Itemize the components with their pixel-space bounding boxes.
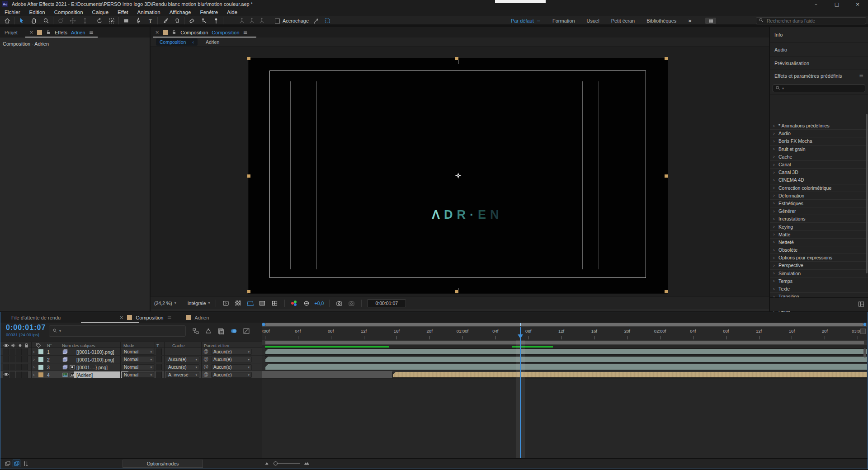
audio-switch[interactable] [9, 364, 15, 370]
view-axis-icon[interactable] [259, 17, 265, 24]
layer-row[interactable]: ›1[{0001-0100}.png]Normal▾@Aucun(e)▾ [0, 348, 262, 356]
puppet-pin-tool-icon[interactable] [210, 16, 222, 25]
timecode[interactable]: 0:00:01:07 [6, 324, 46, 332]
pick-whip-icon[interactable]: @ [203, 364, 208, 369]
chevron-right-icon[interactable]: › [773, 263, 775, 268]
menu-effet[interactable]: Effet [113, 8, 132, 16]
effects-category-row[interactable]: ›Cache [770, 153, 868, 161]
workspace-formation[interactable]: Formation [552, 18, 575, 24]
parent-dropdown[interactable]: Aucun(e)▾ [211, 349, 252, 355]
col-name[interactable]: Nom des calques [62, 342, 95, 348]
hand-tool-icon[interactable] [28, 16, 40, 25]
motion-blur-icon[interactable] [229, 327, 238, 335]
eraser-tool-icon[interactable] [185, 16, 198, 25]
magnification-dropdown[interactable]: (24,2 %) ▾ [154, 301, 176, 306]
label-column-icon[interactable] [36, 342, 42, 348]
minimize-button[interactable]: – [806, 0, 826, 8]
tab-adrien[interactable]: Adrien [71, 30, 85, 35]
close-icon[interactable]: × [29, 29, 33, 35]
video-switch[interactable] [3, 356, 9, 362]
chevron-right-icon[interactable]: › [773, 271, 775, 276]
local-axis-icon[interactable] [239, 17, 245, 24]
effects-category-row[interactable]: ›Audio [770, 130, 868, 137]
timeline-scrollbar[interactable] [863, 348, 866, 357]
tab-project[interactable]: Projet [5, 30, 18, 35]
comp-viewer[interactable]: ΛDR·EN [151, 47, 769, 296]
blend-mode-dropdown[interactable]: Normal▾ [122, 349, 154, 355]
layer-name[interactable]: [{0001-0100}.png] [74, 356, 117, 363]
layer-row[interactable]: ›2[{0001-0100}.png]Normal▾Aucun(e)▾@Aucu… [0, 356, 262, 363]
chevron-right-icon[interactable]: › [773, 131, 775, 136]
video-column-icon[interactable] [3, 342, 9, 348]
close-icon[interactable]: × [155, 29, 159, 35]
layer-duration-bar[interactable] [392, 371, 867, 378]
effects-category-row[interactable]: ›Obsolète [770, 246, 868, 254]
menu-composition[interactable]: Composition [50, 8, 88, 16]
close-button[interactable]: × [847, 0, 868, 8]
clone-stamp-tool-icon[interactable] [171, 16, 183, 25]
chevron-right-icon[interactable]: › [773, 154, 775, 159]
layer-row[interactable]: ›4[Adrien]Normal▾A. inversé▾@Aucun(e)▾ [0, 371, 262, 379]
effects-category-row[interactable]: ›Esthétiques [770, 200, 868, 207]
parent-dropdown[interactable]: Aucun(e)▾ [211, 357, 252, 362]
view-options-icon[interactable] [270, 300, 279, 307]
selection-handle[interactable] [455, 290, 458, 293]
tab-composition-b[interactable]: Composition [212, 30, 239, 35]
zoom-slider[interactable] [274, 463, 300, 464]
layer-track[interactable] [262, 356, 867, 363]
tab-composition-a[interactable]: Composition [180, 30, 208, 35]
track-matte-dropdown[interactable]: Aucun(e)▾ [166, 357, 199, 362]
effects-category-row[interactable]: ›* Animations prédéfinies [770, 122, 868, 130]
selection-handle[interactable] [665, 290, 668, 293]
menu-animation[interactable]: Animation [133, 8, 165, 16]
lock-switch[interactable] [22, 356, 28, 362]
layer-track[interactable] [262, 363, 867, 371]
mask-visibility-icon[interactable] [246, 300, 255, 307]
fast-preview-icon[interactable] [222, 300, 230, 307]
col-number[interactable]: N° [47, 342, 52, 348]
layer-color-swatch[interactable] [38, 357, 43, 362]
zoom-out-icon[interactable] [264, 460, 270, 467]
menu-fichier[interactable]: Fichier [0, 8, 25, 16]
col-parent[interactable]: Parent et lien [204, 342, 229, 348]
selection-handle[interactable] [247, 174, 250, 178]
chevron-right-icon[interactable]: › [773, 240, 775, 244]
snap-along-edges-icon[interactable] [311, 17, 320, 24]
chevron-right-icon[interactable]: › [773, 248, 775, 253]
current-time-display[interactable]: 0:00:01:07 00031 (24.00 ips) [6, 324, 46, 337]
effects-category-row[interactable]: ›Canal 3D [770, 169, 868, 176]
panel-menu-icon[interactable]: ≡ [89, 29, 94, 36]
snap-to-features-icon[interactable] [323, 17, 331, 24]
expand-arrow-icon[interactable]: › [33, 356, 35, 363]
selection-handle[interactable] [247, 57, 250, 60]
layer-name[interactable]: [{0001-...}.png] [74, 364, 110, 371]
chevron-right-icon[interactable]: › [773, 209, 775, 214]
lock-switch[interactable] [22, 348, 28, 355]
col-t[interactable]: T [156, 342, 159, 348]
layer-duration-bar[interactable] [265, 364, 867, 370]
chevron-right-icon[interactable]: › [773, 232, 775, 237]
effects-category-row[interactable]: ›Matte [770, 231, 868, 239]
expand-arrow-icon[interactable]: › [33, 371, 35, 379]
graph-editor-icon[interactable] [242, 327, 250, 335]
blend-mode-dropdown[interactable]: Normal▾ [122, 364, 154, 370]
unlock-icon[interactable] [171, 29, 177, 36]
layer-duration-bar[interactable] [265, 348, 867, 355]
effects-category-row[interactable]: ›CINEMA 4D [770, 176, 868, 184]
expand-layer-switches-icon[interactable] [4, 460, 11, 467]
playhead-line[interactable] [520, 327, 521, 458]
close-icon[interactable]: × [119, 315, 123, 320]
orbit-camera-tool-icon[interactable] [54, 16, 66, 25]
world-axis-icon[interactable] [249, 17, 255, 24]
layer-name[interactable]: [{0001-0100}.png] [74, 348, 117, 355]
selection-handle[interactable] [665, 57, 668, 60]
help-search-box[interactable] [756, 17, 866, 24]
layer-track[interactable] [262, 348, 867, 356]
time-ruler[interactable]: 0:00f04f08f12f16f20f01:00f04f08f12f16f20… [262, 327, 867, 340]
workspace-overflow-button[interactable]: » [688, 18, 692, 24]
layer-color-swatch[interactable] [38, 349, 43, 354]
menu-fenetre[interactable]: Fenêtre [195, 8, 222, 16]
chevron-right-icon[interactable]: › [773, 146, 775, 151]
dolly-camera-tool-icon[interactable] [79, 16, 91, 25]
panel-menu-icon[interactable]: ≡ [243, 29, 248, 36]
